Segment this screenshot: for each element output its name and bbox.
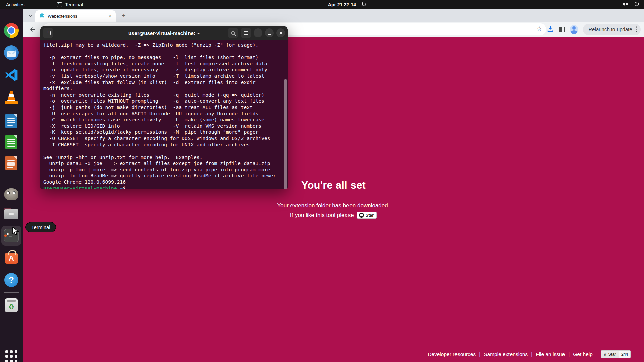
- system-status-area[interactable]: [623, 0, 639, 9]
- prompt-user: user@user-virtual-machine: [43, 185, 117, 189]
- tab-close-icon[interactable]: ×: [107, 13, 113, 19]
- separator: |: [479, 351, 480, 357]
- ubuntu-software-icon: A: [5, 253, 18, 264]
- prompt-dollar: $: [123, 185, 126, 189]
- thunderbird-icon: [4, 45, 19, 60]
- libreoffice-impress-icon: [5, 156, 17, 170]
- github-star-label: Star: [366, 213, 374, 218]
- gnome-top-bar: Activities Terminal Apr 21 22:14: [0, 0, 644, 9]
- dock-item-libreoffice-writer[interactable]: [3, 113, 19, 129]
- tab-strip: Webextensions × +: [23, 9, 644, 22]
- relaunch-to-update-button[interactable]: Relaunch to update: [583, 24, 641, 35]
- screen: Activities Terminal Apr 21 22:14: [0, 0, 644, 362]
- maximize-button[interactable]: [265, 28, 274, 37]
- vlc-icon: [4, 90, 19, 105]
- maximize-icon: [268, 32, 271, 35]
- prompt-path: ~: [120, 185, 123, 189]
- terminal-plus-icon: [46, 31, 51, 35]
- app-grid-icon: [5, 350, 17, 362]
- minimize-button[interactable]: [254, 28, 262, 37]
- download-status-text: Your extension folder has been downloade…: [23, 202, 644, 209]
- chrome-icon: [4, 23, 19, 38]
- browser-menu-kebab-icon[interactable]: [636, 26, 637, 32]
- close-icon: [279, 31, 283, 35]
- dock-item-vscode[interactable]: [3, 67, 19, 83]
- gimp-icon: [4, 188, 18, 200]
- help-icon: ?: [4, 273, 18, 287]
- trash-icon: ♻: [5, 298, 18, 312]
- tab-webextensions[interactable]: Webextensions ×: [35, 10, 116, 22]
- volume-icon: [623, 2, 628, 8]
- chevron-down-icon: [29, 13, 32, 17]
- notification-bell-icon[interactable]: [361, 1, 366, 8]
- files-icon: [4, 208, 18, 219]
- star-icon: ☆: [603, 352, 607, 357]
- badge-star-count: 244: [619, 350, 631, 358]
- mouse-cursor: [12, 227, 20, 236]
- tab-favicon-puzzle-icon: [39, 13, 45, 20]
- close-button[interactable]: [276, 28, 285, 37]
- dock-item-gimp[interactable]: [3, 186, 19, 202]
- activities-button[interactable]: Activities: [0, 0, 31, 9]
- terminal-output: file[.zip] may be a wildcard. -Z => ZipI…: [43, 42, 285, 185]
- new-tab-button[interactable]: +: [119, 11, 128, 20]
- download-icon[interactable]: [547, 25, 554, 34]
- dock-item-vlc[interactable]: [3, 89, 19, 106]
- dock-item-trash[interactable]: ♻: [3, 297, 19, 313]
- minimize-icon: [256, 33, 260, 33]
- side-panel-icon[interactable]: [559, 27, 565, 32]
- terminal-scrollbar[interactable]: [284, 79, 287, 189]
- new-terminal-tab-button[interactable]: [43, 28, 53, 38]
- hamburger-icon: [244, 31, 248, 35]
- github-star-button[interactable]: Star: [357, 212, 377, 219]
- dock-item-chrome[interactable]: [3, 22, 19, 39]
- link-get-help[interactable]: Get help: [573, 351, 593, 357]
- dock-item-libreoffice-impress[interactable]: [3, 155, 19, 171]
- terminal-app-icon: [57, 2, 62, 7]
- dock-item-app-grid[interactable]: [3, 348, 19, 362]
- power-icon: [634, 1, 639, 8]
- libreoffice-calc-icon: [5, 135, 17, 149]
- link-developer-resources[interactable]: Developer resources: [428, 351, 476, 357]
- separator: |: [568, 351, 570, 357]
- badge-star-label: Star: [608, 352, 616, 357]
- search-icon: [231, 31, 235, 35]
- tab-title: Webextensions: [48, 14, 104, 19]
- vscode-icon: [4, 68, 18, 82]
- dock-item-files[interactable]: [3, 205, 19, 222]
- footer-links: Developer resources | Sample extensions …: [428, 350, 631, 358]
- terminal-menu-button[interactable]: [241, 28, 251, 38]
- tab-search-button[interactable]: [26, 12, 35, 20]
- dock-tooltip: Terminal: [25, 222, 56, 232]
- link-file-an-issue[interactable]: File an issue: [536, 351, 565, 357]
- relaunch-label: Relaunch to update: [588, 26, 632, 32]
- github-octocat-icon: [359, 213, 364, 218]
- dock-item-thunderbird[interactable]: [3, 45, 19, 61]
- separator: |: [531, 351, 532, 357]
- focused-app-name: Terminal: [65, 2, 83, 7]
- running-indicator: [4, 235, 7, 237]
- focused-app-menu[interactable]: Terminal: [57, 2, 83, 7]
- terminal-window: user@user-virtual-machine: ~ file[.zip] …: [40, 26, 288, 189]
- dock-item-help[interactable]: ?: [3, 272, 19, 288]
- terminal-headerbar[interactable]: user@user-virtual-machine: ~: [40, 26, 288, 40]
- dock-item-libreoffice-calc[interactable]: [3, 134, 19, 150]
- github-star-count-badge[interactable]: ☆ Star 244: [601, 350, 631, 358]
- star-prompt-text: If you like this tool please: [290, 212, 354, 219]
- terminal-search-button[interactable]: [228, 28, 238, 38]
- back-button[interactable]: [28, 24, 38, 35]
- link-sample-extensions[interactable]: Sample extensions: [484, 351, 528, 357]
- clock[interactable]: Apr 21 22:14: [328, 2, 356, 7]
- bookmark-star-icon[interactable]: ☆: [536, 25, 542, 33]
- dock: >_ A ? ♻: [0, 9, 23, 362]
- libreoffice-writer-icon: [5, 114, 17, 128]
- terminal-prompt: user@user-virtual-machine:~$: [43, 185, 285, 189]
- terminal-body[interactable]: file[.zip] may be a wildcard. -Z => ZipI…: [40, 40, 288, 189]
- profile-avatar[interactable]: [570, 25, 578, 34]
- dock-divider: [4, 292, 19, 293]
- dock-item-ubuntu-software[interactable]: A: [3, 250, 19, 266]
